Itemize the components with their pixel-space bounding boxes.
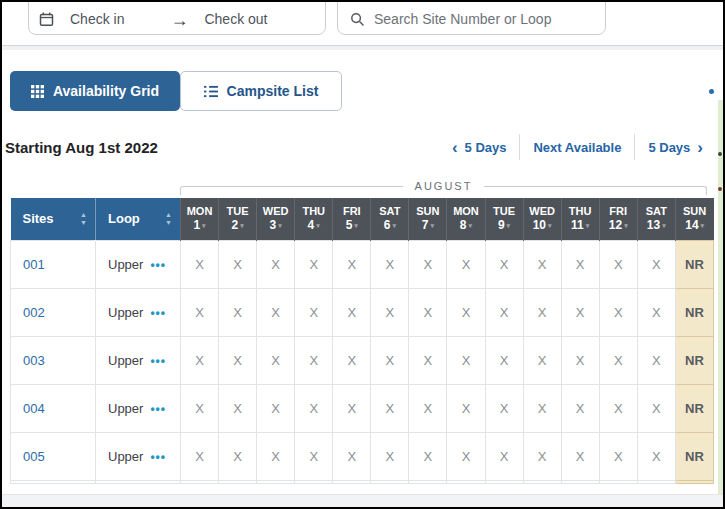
unavailable-cell: X [181, 288, 219, 336]
bottom-scroll-track[interactable] [2, 494, 723, 507]
loop-menu-icon[interactable]: ••• [150, 258, 166, 272]
clipped-row [11, 480, 714, 483]
map-dot [718, 152, 722, 156]
day-column-header[interactable]: WED3▾ [257, 198, 295, 240]
search-icon [350, 12, 365, 27]
view-tabs: Availability Grid Campsite List [10, 71, 723, 111]
grid-body: 001Upper•••XXXXXXXXXXXXXNR002Upper•••XXX… [11, 240, 714, 483]
unavailable-cell: X [637, 384, 675, 432]
next-available-label: Next Available [533, 140, 621, 155]
checkout-field[interactable]: Check out [204, 11, 267, 27]
search-input[interactable] [374, 11, 597, 27]
unavailable-cell: X [371, 432, 409, 480]
unavailable-cell: X [523, 336, 561, 384]
day-column-header[interactable]: MON8▾ [447, 198, 485, 240]
site-row: 002Upper•••XXXXXXXXXXXXXNR [11, 288, 714, 336]
unavailable-cell: X [409, 336, 447, 384]
day-column-header[interactable]: TUE2▾ [219, 198, 257, 240]
unavailable-cell: X [447, 336, 485, 384]
site-link[interactable]: 003 [23, 353, 45, 368]
unavailable-cell: X [219, 384, 257, 432]
unavailable-cell: X [447, 384, 485, 432]
day-dropdown-icon: ▾ [202, 222, 206, 230]
unavailable-cell: X [637, 336, 675, 384]
site-link[interactable]: 004 [23, 401, 45, 416]
unavailable-cell: X [219, 432, 257, 480]
day-column-header[interactable]: SAT13▾ [637, 198, 675, 240]
day-dropdown-icon: ▾ [548, 222, 552, 230]
availability-table: Sites ▲ ▼ Loop ▲ ▼ MON1▾TUE2▾WED3▾THU4▾ [10, 198, 714, 484]
unavailable-cell: X [599, 240, 637, 288]
day-dropdown-icon: ▾ [240, 222, 244, 230]
not-reservable-cell: NR [675, 336, 713, 384]
chevron-right-icon: › [697, 139, 703, 156]
unavailable-cell: X [181, 432, 219, 480]
unavailable-cell: X [257, 384, 295, 432]
loop-name: Upper [108, 401, 143, 416]
unavailable-cell: X [599, 432, 637, 480]
day-column-header[interactable]: TUE9▾ [485, 198, 523, 240]
site-link[interactable]: 001 [23, 257, 45, 272]
unavailable-cell: X [447, 288, 485, 336]
day-column-header[interactable]: FRI5▾ [333, 198, 371, 240]
next-available-button[interactable]: Next Available [533, 140, 621, 155]
day-column-header[interactable]: MON1▾ [181, 198, 219, 240]
day-dropdown-icon: ▾ [392, 222, 396, 230]
day-dropdown-icon: ▾ [624, 222, 628, 230]
day-column-header[interactable]: SAT6▾ [371, 198, 409, 240]
chevron-left-icon: ‹ [452, 139, 458, 156]
map-edge-sliver [718, 100, 723, 494]
month-bracket: AUGUST [180, 186, 707, 195]
loop-menu-icon[interactable]: ••• [150, 402, 166, 416]
site-cell: 001 [11, 240, 96, 288]
loop-menu-icon[interactable]: ••• [150, 306, 166, 320]
day-column-header[interactable]: SUN7▾ [409, 198, 447, 240]
unavailable-cell: X [409, 288, 447, 336]
date-range-picker[interactable]: Check in → Check out [28, 0, 326, 35]
site-link[interactable]: 005 [23, 449, 45, 464]
sites-column-header[interactable]: Sites ▲ ▼ [11, 198, 96, 240]
tab-label: Availability Grid [53, 83, 159, 99]
sort-icon[interactable]: ▲ ▼ [80, 211, 87, 226]
unavailable-cell: X [523, 240, 561, 288]
unavailable-cell: X [599, 288, 637, 336]
loop-column-header[interactable]: Loop ▲ ▼ [96, 198, 181, 240]
unavailable-cell: X [333, 432, 371, 480]
sort-down-icon: ▼ [165, 219, 172, 226]
unavailable-cell: X [485, 432, 523, 480]
site-row: 005Upper•••XXXXXXXXXXXXXNR [11, 432, 714, 480]
next-5-days-label: 5 Days [648, 140, 690, 155]
loop-menu-icon[interactable]: ••• [150, 354, 166, 368]
site-link[interactable]: 002 [23, 305, 45, 320]
checkin-field[interactable]: Check in [70, 11, 124, 27]
next-5-days-button[interactable]: 5 Days › [648, 139, 710, 156]
tab-campsite-list[interactable]: Campsite List [180, 71, 342, 111]
grid-icon [31, 85, 44, 98]
unavailable-cell: X [409, 240, 447, 288]
unavailable-cell: X [333, 288, 371, 336]
day-column-header[interactable]: WED10▾ [523, 198, 561, 240]
not-reservable-cell: NR [675, 384, 713, 432]
unavailable-cell: X [409, 432, 447, 480]
prev-5-days-button[interactable]: ‹ 5 Days [445, 139, 507, 156]
day-column-header[interactable]: SUN14▾ [675, 198, 713, 240]
sort-icon[interactable]: ▲ ▼ [165, 211, 172, 226]
unavailable-cell: X [637, 240, 675, 288]
unavailable-cell: X [599, 336, 637, 384]
unavailable-cell: X [333, 336, 371, 384]
loop-menu-icon[interactable]: ••• [150, 450, 166, 464]
site-search-box [337, 0, 606, 35]
not-reservable-cell: NR [675, 432, 713, 480]
sites-header-label: Sites [23, 211, 54, 226]
unavailable-cell: X [181, 336, 219, 384]
tab-availability-grid[interactable]: Availability Grid [10, 71, 180, 111]
unavailable-cell: X [561, 240, 599, 288]
unavailable-cell: X [485, 240, 523, 288]
day-column-header[interactable]: THU11▾ [561, 198, 599, 240]
loop-name: Upper [108, 305, 143, 320]
day-column-header[interactable]: FRI12▾ [599, 198, 637, 240]
tab-label: Campsite List [227, 83, 319, 99]
day-column-header[interactable]: THU4▾ [295, 198, 333, 240]
unavailable-cell: X [523, 432, 561, 480]
arrow-right-icon: → [170, 13, 188, 27]
